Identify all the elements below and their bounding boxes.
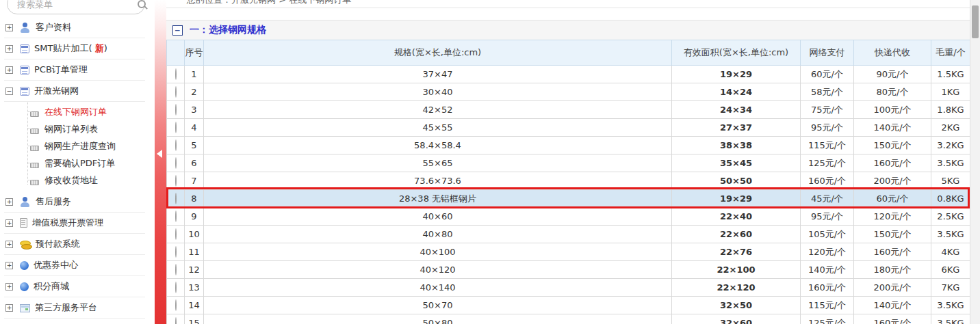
sidebar-menu-item[interactable]: + SMT贴片加工( 新) — [4, 38, 145, 59]
pay-link[interactable]: 140元/个 — [801, 261, 854, 279]
menu-search-box[interactable] — [7, 0, 145, 14]
sidebar-menu-item[interactable]: + 第三方服务平台 — [4, 297, 145, 319]
expand-toggle-icon[interactable]: + — [5, 198, 13, 206]
spec-radio[interactable] — [175, 68, 177, 80]
table-row[interactable]: 10 40×80 22×60 105元/个 150元/个 3.5KG — [167, 226, 970, 243]
pay-link[interactable]: 60元/个 — [801, 66, 854, 83]
table-row[interactable]: 2 30×40 14×24 58元/个 80元/个 1KG — [167, 83, 970, 101]
sidebar-submenu: 在线下钢网订单 钢网订单列表 钢网生产进度查询 需要确认PDF订单 修改收货地址 — [0, 102, 155, 191]
table-row[interactable]: 11 40×100 22×76 120元/个 160元/个 4KG — [167, 243, 970, 261]
weight-cell: 6KG — [931, 261, 970, 279]
expand-toggle-icon[interactable]: + — [5, 45, 13, 53]
expand-toggle-icon[interactable]: + — [5, 241, 13, 248]
expand-toggle-icon[interactable]: + — [5, 219, 13, 227]
table-row[interactable]: 14 50×70 32×50 115元/个 140元/个 3.5KG — [167, 297, 970, 314]
sidebar-divider-strip — [155, 0, 166, 324]
pay-link[interactable]: 160元/个 — [801, 172, 854, 190]
sidebar-submenu-item[interactable]: 修改收货地址 — [0, 172, 155, 189]
table-row[interactable]: 8 28×38 无铝框钢片 19×29 45元/个 60元/个 0.8KG — [167, 190, 970, 208]
expand-toggle-icon[interactable]: + — [5, 283, 13, 291]
radio-cell — [167, 101, 185, 119]
sidebar-menu-item[interactable]: − 开激光钢网 — [4, 81, 145, 102]
pay-link[interactable]: 125元/个 — [801, 314, 854, 324]
menu-item-label: 增值税票开票管理 — [32, 217, 103, 229]
table-row[interactable]: 7 73.6×73.6 50×50 160元/个 200元/个 5KG — [167, 172, 970, 190]
spec-radio[interactable] — [175, 122, 177, 133]
radio-cell — [167, 243, 185, 261]
table-row[interactable]: 15 50×80 32×60 125元/个 160元/个 3.5KG — [167, 314, 970, 324]
sidebar-submenu-item[interactable]: 钢网生产进度查询 — [0, 137, 155, 154]
spec-radio[interactable] — [175, 282, 177, 293]
area-cell: 27×37 — [672, 119, 801, 137]
spec-radio[interactable] — [175, 139, 177, 151]
sidebar-menu-item[interactable]: + 优惠券中心 — [4, 255, 145, 276]
menu-item-label: 开激光钢网 — [34, 85, 79, 97]
expand-toggle-icon[interactable]: − — [5, 87, 13, 95]
spec-radio[interactable] — [175, 211, 177, 222]
cod-cell: 150元/个 — [854, 137, 931, 154]
vertical-scrollbar[interactable] — [970, 0, 980, 324]
index-cell: 6 — [185, 154, 204, 172]
table-row[interactable]: 6 55×65 35×45 125元/个 160元/个 3.5KG — [167, 154, 970, 172]
area-cell: 32×50 — [672, 297, 801, 314]
breadcrumb: 您的位置：开激光钢网 > 在线下钢网订单 — [166, 0, 970, 6]
pay-link[interactable]: 120元/个 — [801, 243, 854, 261]
spec-radio[interactable] — [175, 175, 177, 187]
expand-toggle-icon[interactable]: + — [5, 304, 13, 312]
index-cell: 9 — [185, 208, 204, 226]
expand-toggle-icon[interactable]: + — [5, 24, 13, 31]
sidebar-collapse-arrow-icon[interactable] — [157, 150, 162, 158]
spec-radio[interactable] — [175, 86, 177, 98]
sidebar-menu-item[interactable]: + PCB订单管理 — [4, 59, 145, 81]
sidebar-menu-item[interactable]: + 客户资料 — [4, 17, 145, 38]
spec-radio[interactable] — [175, 228, 177, 240]
pay-link[interactable]: 115元/个 — [801, 297, 854, 314]
expand-toggle-icon[interactable]: + — [5, 66, 13, 74]
expand-toggle-icon[interactable]: + — [5, 262, 13, 269]
pay-link[interactable]: 105元/个 — [801, 226, 854, 243]
spec-radio[interactable] — [175, 317, 177, 324]
table-row[interactable]: 13 40×140 22×120 160元/个 200元/个 7KG — [167, 279, 970, 297]
table-row[interactable]: 9 40×60 22×40 95元/个 120元/个 2.5KG — [167, 208, 970, 226]
pay-link[interactable]: 160元/个 — [801, 279, 854, 297]
pay-link[interactable]: 125元/个 — [801, 154, 854, 172]
table-row[interactable]: 3 42×52 24×34 75元/个 100元/个 1.8KG — [167, 101, 970, 119]
spec-radio[interactable] — [175, 264, 177, 275]
table-row[interactable]: 1 37×47 19×29 60元/个 90元/个 1.5KG — [167, 66, 970, 83]
pay-link[interactable]: 75元/个 — [801, 101, 854, 119]
radio-cell — [167, 297, 185, 314]
pay-link[interactable]: 45元/个 — [801, 190, 854, 208]
pay-link[interactable]: 95元/个 — [801, 119, 854, 137]
table-header-row: 序号 规格(宽×长,单位:cm) 有效面积(宽×长,单位:cm) 网络支付 快递… — [167, 40, 970, 66]
pay-link[interactable]: 115元/个 — [801, 137, 854, 154]
spec-radio[interactable] — [175, 157, 177, 169]
pay-link[interactable]: 95元/个 — [801, 208, 854, 226]
table-row[interactable]: 4 45×55 27×37 95元/个 140元/个 2KG — [167, 119, 970, 137]
table-row[interactable]: 12 40×120 22×100 140元/个 180元/个 6KG — [167, 261, 970, 279]
menu-item-icon — [20, 197, 31, 207]
scrollbar-thumb[interactable] — [972, 5, 979, 38]
spec-radio[interactable] — [175, 299, 177, 311]
sidebar-menu-item[interactable]: + 预付款系统 — [4, 234, 145, 255]
section-collapse-icon[interactable]: − — [172, 25, 183, 36]
spec-cell: 40×60 — [204, 208, 672, 226]
sidebar-submenu-item[interactable]: 在线下钢网订单 — [0, 103, 155, 120]
search-icon[interactable] — [138, 0, 146, 8]
search-input[interactable] — [8, 0, 138, 10]
spec-radio[interactable] — [175, 104, 177, 116]
index-cell: 5 — [185, 137, 204, 154]
sidebar-submenu-item[interactable]: 需要确认PDF订单 — [0, 154, 155, 172]
sidebar-menu-item[interactable]: + 售后服务 — [4, 191, 145, 213]
spec-radio[interactable] — [175, 193, 177, 204]
menu-item-label: 积分商城 — [34, 280, 69, 293]
sidebar-submenu-item[interactable]: 钢网订单列表 — [0, 120, 155, 137]
radio-cell — [167, 279, 185, 297]
area-cell: 32×60 — [672, 314, 801, 324]
cod-cell: 160元/个 — [854, 314, 931, 324]
sidebar-menu: + 客户资料 + SMT贴片加工( 新) + PCB订单管理 − 开激光钢网 在… — [0, 17, 155, 319]
table-row[interactable]: 5 58.4×58.4 38×38 115元/个 150元/个 3.2KG — [167, 137, 970, 154]
sidebar-menu-item[interactable]: + 增值税票开票管理 — [4, 213, 145, 234]
sidebar-menu-item[interactable]: + 积分商城 — [4, 276, 145, 297]
pay-link[interactable]: 58元/个 — [801, 83, 854, 101]
spec-radio[interactable] — [175, 246, 177, 258]
